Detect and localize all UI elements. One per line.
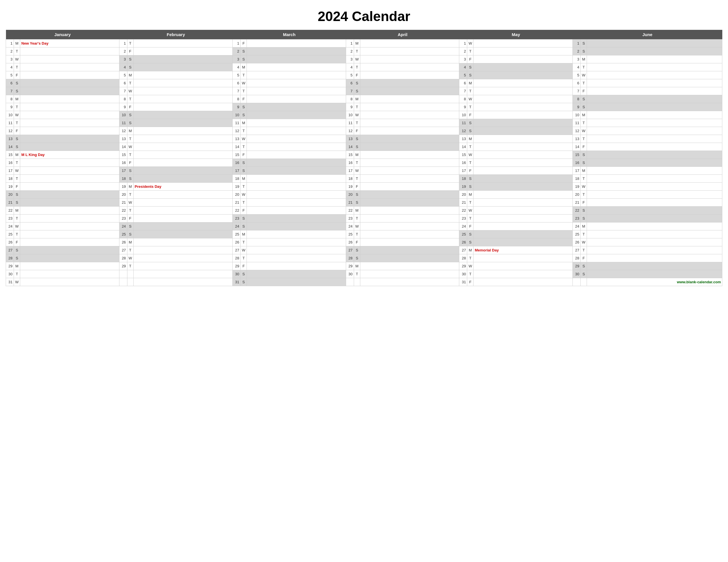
day-letter-jun-22: S [580, 207, 587, 215]
event-jun-26 [587, 239, 722, 246]
day-num-apr-30: 30 [346, 270, 354, 278]
event-jan-27 [20, 246, 119, 254]
day-num-jun-29: 29 [572, 262, 580, 270]
day-letter-jun-25: T [580, 231, 587, 239]
day-num-jan-11: 11 [6, 119, 14, 127]
event-apr-14 [360, 143, 459, 151]
day-num-feb-27: 27 [119, 246, 127, 254]
day-letter-jan-7: S [14, 87, 20, 95]
event-may-2 [473, 47, 573, 55]
event-feb-4 [133, 63, 233, 71]
day-num-feb-26: 26 [119, 239, 127, 246]
day-letter-mar-25: M [241, 231, 247, 239]
day-letter-mar-16: S [241, 159, 247, 167]
event-jan-14 [20, 143, 119, 151]
day-letter-jun-10: M [580, 111, 587, 119]
day-num-jan-21: 21 [6, 199, 14, 207]
event-jun-4 [587, 63, 722, 71]
day-letter-apr-22: M [354, 207, 360, 215]
day-num-feb-10: 10 [119, 111, 127, 119]
day-num-jun-25: 25 [572, 231, 580, 239]
event-apr-24 [360, 223, 459, 231]
event-jan-6 [20, 79, 119, 87]
day-letter-jun-21: F [580, 199, 587, 207]
day-letter-feb-21: W [127, 199, 133, 207]
day-letter-jan-17: W [14, 167, 20, 175]
event-may-26 [473, 239, 573, 246]
event-apr-4 [360, 63, 459, 71]
day-num-may-1: 1 [459, 40, 467, 47]
event-feb-1 [133, 40, 233, 47]
day-num-feb-23: 23 [119, 215, 127, 223]
day-letter-apr-21: S [354, 199, 360, 207]
event-mar-6 [247, 79, 346, 87]
day-letter-jan-18: T [14, 175, 20, 183]
day-num-jun-12: 12 [572, 127, 580, 135]
day-num-jun-19: 19 [572, 183, 580, 191]
day-num-may-12: 12 [459, 127, 467, 135]
day-num-apr-22: 22 [346, 207, 354, 215]
day-num-mar-16: 16 [233, 159, 241, 167]
day-letter-apr-8: M [354, 95, 360, 103]
event-apr-15 [360, 151, 459, 159]
event-feb-26 [133, 239, 233, 246]
day-num-feb-3: 3 [119, 55, 127, 63]
day-num-feb-20: 20 [119, 191, 127, 199]
day-letter-feb-22: T [127, 207, 133, 215]
event-jan-2 [20, 47, 119, 55]
table-row: 14S14W14T14S14T14F [6, 143, 722, 151]
day-num-may-28: 28 [459, 254, 467, 262]
day-letter-mar-1: F [241, 40, 247, 47]
day-num-apr-1: 1 [346, 40, 354, 47]
day-num-feb-31 [119, 278, 127, 286]
day-num-may-17: 17 [459, 167, 467, 175]
day-letter-may-19: S [467, 183, 473, 191]
table-row: 4T4S4M4T4S4T [6, 63, 722, 71]
day-letter-mar-26: T [241, 239, 247, 246]
event-feb-10 [133, 111, 233, 119]
event-feb-16 [133, 159, 233, 167]
event-may-25 [473, 231, 573, 239]
day-num-may-4: 4 [459, 63, 467, 71]
event-apr-21 [360, 199, 459, 207]
day-num-jun-10: 10 [572, 111, 580, 119]
day-num-apr-4: 4 [346, 63, 354, 71]
day-letter-jun-20: T [580, 191, 587, 199]
event-mar-22 [247, 207, 346, 215]
event-feb-30 [133, 270, 233, 278]
day-num-jan-16: 16 [6, 159, 14, 167]
event-mar-23 [247, 215, 346, 223]
day-num-apr-3: 3 [346, 55, 354, 63]
event-mar-16 [247, 159, 346, 167]
day-letter-jan-15: M [14, 151, 20, 159]
day-num-feb-22: 22 [119, 207, 127, 215]
day-letter-jan-11: T [14, 119, 20, 127]
day-letter-mar-20: W [241, 191, 247, 199]
day-num-mar-27: 27 [233, 246, 241, 254]
day-letter-jan-2: T [14, 47, 20, 55]
day-letter-apr-3: W [354, 55, 360, 63]
day-letter-jan-27: S [14, 246, 20, 254]
event-apr-29 [360, 262, 459, 270]
day-letter-feb-24: S [127, 223, 133, 231]
day-letter-mar-3: S [241, 55, 247, 63]
day-letter-may-26: S [467, 239, 473, 246]
table-row: 18T18S18M18T18S18T [6, 175, 722, 183]
day-num-may-22: 22 [459, 207, 467, 215]
day-letter-jun-14: F [580, 143, 587, 151]
event-apr-17 [360, 167, 459, 175]
event-mar-7 [247, 87, 346, 95]
event-mar-3 [247, 55, 346, 63]
day-letter-may-22: W [467, 207, 473, 215]
event-may-15 [473, 151, 573, 159]
day-num-feb-28: 28 [119, 254, 127, 262]
day-letter-feb-1: T [127, 40, 133, 47]
event-mar-13 [247, 135, 346, 143]
event-apr-22 [360, 207, 459, 215]
day-num-mar-15: 15 [233, 151, 241, 159]
day-letter-mar-7: T [241, 87, 247, 95]
day-letter-may-1: W [467, 40, 473, 47]
day-letter-feb-10: S [127, 111, 133, 119]
event-jan-31 [20, 278, 119, 286]
day-letter-feb-20: T [127, 191, 133, 199]
